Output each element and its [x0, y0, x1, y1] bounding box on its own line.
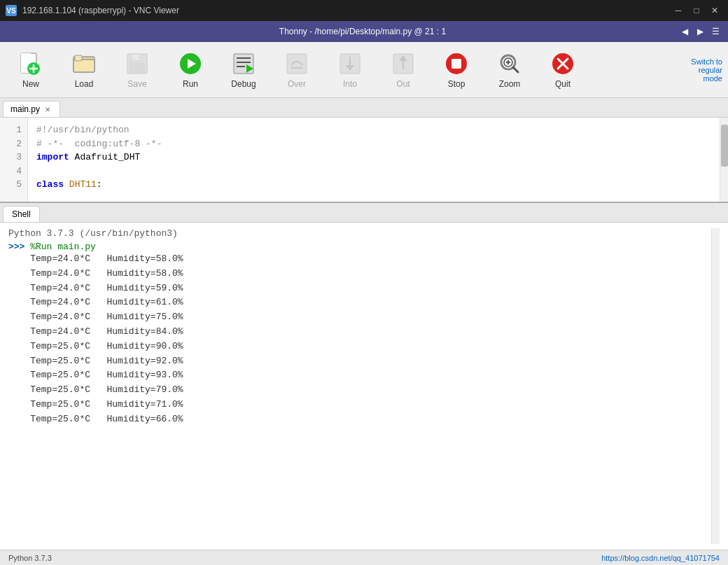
stop-icon — [444, 51, 469, 76]
editor-area: main.py ✕ 1 2 3 4 5 #!/usr/bin/python # … — [0, 98, 728, 550]
editor-tab-bar: main.py ✕ — [0, 98, 728, 118]
shell-output-line: Temp=25.0*C Humidity=92.0% — [8, 354, 711, 369]
run-icon — [178, 51, 203, 76]
title-bar-controls: ─ □ ✕ — [671, 3, 722, 18]
thonny-nav-left[interactable]: ◀ — [678, 25, 692, 39]
over-button[interactable]: Over — [272, 46, 322, 95]
vnc-window: Thonny - /home/pi/Desktop/main.py @ 21 :… — [0, 21, 728, 565]
status-url: https://blog.csdn.net/qq_41071754 — [601, 554, 720, 562]
close-button[interactable]: ✕ — [707, 3, 722, 18]
thonny-menu-button[interactable]: ☰ — [708, 25, 722, 39]
toolbar: New Load Save — [0, 42, 728, 98]
code-line-2: # -*- coding:utf-8 -*- — [36, 137, 711, 151]
out-label: Out — [396, 79, 410, 89]
over-label: Over — [288, 79, 306, 89]
zoom-button[interactable]: Zoom — [484, 46, 535, 95]
shell-text-area: Python 3.7.3 (/usr/bin/python3) >>> %Run… — [8, 228, 711, 544]
out-button[interactable]: Out — [378, 46, 428, 95]
shell-output-line: Temp=25.0*C Humidity=71.0% — [8, 398, 711, 412]
switch-mode-link[interactable]: Switch to regular mode — [691, 57, 722, 83]
code-line-4 — [36, 165, 711, 179]
switch-text-2: regular — [699, 66, 722, 74]
shell-output-line: Temp=25.0*C Humidity=66.0% — [8, 412, 711, 427]
code-content[interactable]: #!/usr/bin/python # -*- coding:utf-8 -*-… — [28, 118, 720, 202]
line-numbers: 1 2 3 4 5 — [0, 118, 28, 202]
thonny-nav-right[interactable]: ▶ — [693, 25, 707, 39]
stop-button[interactable]: Stop — [431, 46, 482, 95]
shell-prompt: >>> — [8, 242, 24, 252]
debug-icon — [231, 51, 256, 76]
title-bar-left: VS 192.168.1.104 (raspberrypi) - VNC Vie… — [6, 5, 179, 16]
shell-output-line: Temp=25.0*C Humidity=79.0% — [8, 383, 711, 398]
shell-output: Temp=24.0*C Humidity=58.0% Temp=24.0*C H… — [8, 252, 711, 427]
svg-rect-6 — [74, 60, 94, 72]
save-label: Save — [127, 79, 146, 89]
save-icon — [125, 51, 150, 76]
over-icon — [284, 51, 309, 76]
svg-rect-9 — [132, 54, 140, 61]
switch-text-1: Switch to — [691, 57, 722, 66]
run-label: Run — [183, 79, 198, 89]
tab-filename: main.py — [10, 104, 40, 114]
shell-tab-label: Shell — [12, 209, 31, 219]
debug-button[interactable]: Debug — [218, 46, 269, 95]
into-icon — [337, 51, 363, 76]
quit-icon — [550, 51, 575, 76]
vnc-app-icon: VS — [6, 5, 17, 16]
svg-rect-18 — [287, 54, 307, 74]
load-button[interactable]: Load — [59, 46, 109, 95]
save-button[interactable]: Save — [112, 46, 162, 95]
editor-tab-main-py[interactable]: main.py ✕ — [3, 101, 60, 117]
shell-area: Shell Python 3.7.3 (/usr/bin/python3) >>… — [0, 202, 728, 550]
minimize-button[interactable]: ─ — [671, 3, 686, 18]
svg-rect-10 — [130, 64, 144, 72]
code-line-5: class DHT11: — [36, 178, 711, 192]
switch-text-3: mode — [703, 74, 722, 83]
shell-content[interactable]: Python 3.7.3 (/usr/bin/python3) >>> %Run… — [0, 223, 728, 550]
editor-scrollbar[interactable] — [720, 118, 728, 202]
new-label: New — [22, 79, 39, 89]
thonny-title-bar: Thonny - /home/pi/Desktop/main.py @ 21 :… — [0, 21, 728, 42]
tab-close-button[interactable]: ✕ — [43, 104, 52, 114]
shell-output-line: Temp=24.0*C Humidity=59.0% — [8, 281, 711, 296]
svg-rect-13 — [234, 54, 253, 74]
thonny-title-text: Thonny - /home/pi/Desktop/main.py @ 21 :… — [48, 27, 678, 36]
quit-button[interactable]: Quit — [538, 46, 588, 95]
thonny-window-controls: ◀ ▶ ☰ — [678, 25, 722, 39]
debug-label: Debug — [231, 79, 255, 89]
vnc-title-text: 192.168.1.104 (raspberrypi) - VNC Viewer — [22, 6, 179, 15]
maximize-button[interactable]: □ — [689, 3, 704, 18]
shell-command-line: >>> %Run main.py — [8, 242, 711, 252]
svg-rect-27 — [451, 59, 461, 69]
shell-command: %Run main.py — [24, 242, 95, 252]
svg-rect-7 — [75, 55, 82, 61]
code-line-3: import Adafruit_DHT — [36, 151, 711, 165]
into-button[interactable]: Into — [325, 46, 375, 95]
shell-output-line: Temp=25.0*C Humidity=93.0% — [8, 368, 711, 383]
status-bar: Python 3.7.3 https://blog.csdn.net/qq_41… — [0, 550, 728, 565]
code-editor[interactable]: 1 2 3 4 5 #!/usr/bin/python # -*- coding… — [0, 118, 728, 202]
shell-output-line: Temp=25.0*C Humidity=90.0% — [8, 340, 711, 354]
shell-scrollbar[interactable] — [711, 228, 720, 544]
status-python-version: Python 3.7.3 — [8, 554, 52, 562]
new-button[interactable]: New — [6, 46, 56, 95]
new-icon — [18, 51, 43, 76]
shell-python-version: Python 3.7.3 (/usr/bin/python3) — [8, 228, 711, 239]
shell-output-line: Temp=24.0*C Humidity=75.0% — [8, 310, 711, 325]
run-button[interactable]: Run — [165, 46, 216, 95]
load-label: Load — [75, 79, 94, 89]
shell-tab[interactable]: Shell — [3, 206, 40, 222]
zoom-icon — [497, 51, 522, 76]
editor-scroll-thumb — [721, 125, 728, 167]
into-label: Into — [343, 79, 357, 89]
out-icon — [391, 51, 416, 76]
zoom-label: Zoom — [499, 79, 521, 89]
svg-line-31 — [513, 67, 518, 72]
shell-output-line: Temp=24.0*C Humidity=61.0% — [8, 295, 711, 310]
quit-label: Quit — [555, 79, 570, 89]
shell-tab-bar: Shell — [0, 203, 728, 223]
vnc-title-bar: VS 192.168.1.104 (raspberrypi) - VNC Vie… — [0, 0, 728, 21]
shell-output-line: Temp=24.0*C Humidity=58.0% — [8, 252, 711, 267]
code-line-1: #!/usr/bin/python — [36, 123, 711, 137]
shell-output-line: Temp=24.0*C Humidity=58.0% — [8, 267, 711, 281]
